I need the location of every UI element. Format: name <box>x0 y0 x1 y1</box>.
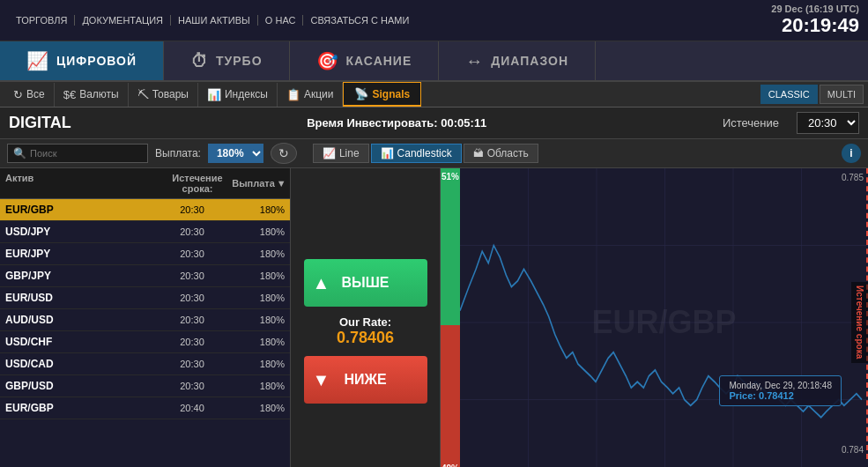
asset-rows: EUR/GBP 20:30 180% USD/JPY 20:30 180% EU… <box>0 199 290 467</box>
asset-payout: 180% <box>223 403 285 413</box>
up-arrow-icon: ▲ <box>313 273 330 293</box>
rate-display: Our Rate: 0.78406 <box>337 315 394 347</box>
chart-tooltip: Monday, Dec 29, 20:18:48 Price: 0.78412 <box>719 375 842 406</box>
asset-row[interactable]: GBP/USD 20:30 180% <box>0 375 290 397</box>
asset-row[interactable]: EUR/USD 20:30 180% <box>0 287 290 309</box>
asset-row[interactable]: EUR/JPY 20:30 180% <box>0 243 290 265</box>
search-icon: 🔍 <box>13 147 26 159</box>
asset-payout: 180% <box>223 248 285 259</box>
currency-icon: $€ <box>63 88 76 101</box>
classic-view-button[interactable]: CLASSIC <box>760 85 818 104</box>
asset-payout: 180% <box>223 381 285 391</box>
refresh-button[interactable]: ↻ <box>271 143 297 164</box>
tab-digital[interactable]: 📈 ЦИФРОВОЙ <box>0 41 164 80</box>
nav-docs[interactable]: ДОКУМЕНТАЦИЯ <box>75 15 171 26</box>
tab-currencies[interactable]: $€ Валюты <box>55 83 129 107</box>
down-button-label: НИЖЕ <box>344 372 386 387</box>
multi-view-button[interactable]: MULTI <box>820 85 864 104</box>
col-asset-header: Актив <box>0 168 167 198</box>
asset-expiry: 20:30 <box>161 337 223 347</box>
tab-signals-label: Signals <box>372 88 410 100</box>
sentiment-bar: 51% 49% <box>441 168 460 467</box>
asset-row[interactable]: USD/JPY 20:30 180% <box>0 221 290 243</box>
asset-payout: 180% <box>223 359 285 369</box>
tab-signals[interactable]: 📡 Signals <box>343 82 421 107</box>
asset-list: Актив Истечение срока: Выплата ▼ EUR/GBP… <box>0 168 291 467</box>
asset-list-header: Актив Истечение срока: Выплата ▼ <box>0 168 290 199</box>
stocks-icon: 📋 <box>286 88 300 101</box>
nav-assets[interactable]: НАШИ АКТИВЫ <box>171 15 258 26</box>
expiry-label-right: Истечение срока <box>851 168 868 467</box>
asset-row[interactable]: EUR/GBP 20:30 180% <box>0 199 290 221</box>
main-layout: Актив Истечение срока: Выплата ▼ EUR/GBP… <box>0 168 868 467</box>
tooltip-price-value: 0.78412 <box>759 390 794 401</box>
nav-trading[interactable]: ТОРГОВЛЯ <box>9 15 75 26</box>
asset-payout: 180% <box>223 315 285 325</box>
tab-commodities-label: Товары <box>152 88 189 100</box>
touch-icon: 🎯 <box>316 50 339 71</box>
asset-name: EUR/GBP <box>5 402 161 414</box>
info-button[interactable]: i <box>842 144 861 163</box>
chart-svg <box>460 168 868 467</box>
view-buttons: CLASSIC MULTI <box>760 85 864 104</box>
asset-payout: 180% <box>223 337 285 347</box>
tab-indices-label: Индексы <box>225 88 268 100</box>
col-payout-header: Выплата ▼ <box>228 168 290 198</box>
tab-currencies-label: Валюты <box>79 88 119 100</box>
chart-area: 51% 49% EUR/GBP 0. <box>441 168 868 467</box>
tab-indices[interactable]: 📊 Индексы <box>198 83 278 107</box>
candlestick-icon: 📊 <box>381 147 394 159</box>
date-display: 29 Dec (16:19 UTC) <box>771 4 859 14</box>
expiry-select[interactable]: 20:30 <box>797 112 859 134</box>
asset-payout: 180% <box>223 226 285 237</box>
sentiment-up: 51% <box>441 168 460 325</box>
down-arrow-icon: ▼ <box>313 370 330 390</box>
rate-label: Our Rate: <box>337 315 394 329</box>
svg-rect-0 <box>460 168 868 467</box>
asset-row[interactable]: USD/CHF 20:30 180% <box>0 331 290 353</box>
tooltip-price: Price: 0.78412 <box>729 390 832 401</box>
asset-name: AUD/USD <box>5 314 161 326</box>
nav-contact[interactable]: СВЯЗАТЬСЯ С НАМИ <box>303 15 416 26</box>
asset-row[interactable]: GBP/JPY 20:30 180% <box>0 265 290 287</box>
line-chart-button[interactable]: 📈 Line <box>313 144 369 163</box>
area-icon: 🏔 <box>473 147 484 159</box>
tab-all[interactable]: ↻ Все <box>4 83 55 107</box>
payout-select[interactable]: 180% <box>208 144 263 163</box>
top-navigation: ТОРГОВЛЯ ДОКУМЕНТАЦИЯ НАШИ АКТИВЫ О НАС … <box>0 0 868 41</box>
commodities-icon: ⛏ <box>137 88 149 101</box>
asset-filter-tabs: ↻ Все $€ Валюты ⛏ Товары 📊 Индексы 📋 Акц… <box>0 82 868 107</box>
down-button[interactable]: ▼ НИЖЕ <box>304 356 427 404</box>
tab-range[interactable]: ↔ ДИАПАЗОН <box>439 41 596 80</box>
asset-row[interactable]: USD/CAD 20:30 180% <box>0 353 290 375</box>
area-chart-button[interactable]: 🏔 Область <box>464 144 538 163</box>
search-box[interactable]: 🔍 <box>7 144 148 163</box>
range-icon: ↔ <box>465 51 484 71</box>
asset-name: GBP/USD <box>5 380 161 392</box>
digital-icon: 📈 <box>26 50 49 71</box>
asset-expiry: 20:30 <box>161 315 223 325</box>
asset-row[interactable]: EUR/GBP 20:40 180% <box>0 397 290 419</box>
up-button-label: ВЫШЕ <box>342 275 389 290</box>
tab-commodities[interactable]: ⛏ Товары <box>129 83 198 107</box>
refresh-icon: ↻ <box>13 88 23 101</box>
asset-expiry: 20:40 <box>161 403 223 413</box>
candlestick-chart-button[interactable]: 📊 Candlestick <box>371 144 462 163</box>
search-input[interactable] <box>30 148 136 159</box>
up-button[interactable]: ▲ ВЫШЕ <box>304 259 427 307</box>
tab-touch[interactable]: 🎯 КАСАНИЕ <box>290 41 440 80</box>
tab-stocks[interactable]: 📋 Акции <box>278 83 344 107</box>
invest-time-display: Время Инвестировать: 00:05:11 <box>89 116 705 130</box>
asset-row[interactable]: AUD/USD 20:30 180% <box>0 309 290 331</box>
asset-name: EUR/USD <box>5 292 161 304</box>
tab-stocks-label: Акции <box>304 88 334 100</box>
digital-title: DIGITAL <box>9 114 71 132</box>
time-display: 20:19:49 <box>782 14 859 37</box>
asset-name: USD/CHF <box>5 336 161 348</box>
tab-turbo[interactable]: ⏱ ТУРБО <box>164 41 290 80</box>
tab-all-label: Все <box>26 88 45 100</box>
sort-icon: ▼ <box>277 178 286 189</box>
asset-expiry: 20:30 <box>161 271 223 281</box>
nav-about[interactable]: О НАС <box>258 15 304 26</box>
clock: 29 Dec (16:19 UTC) 20:19:49 <box>771 4 859 37</box>
